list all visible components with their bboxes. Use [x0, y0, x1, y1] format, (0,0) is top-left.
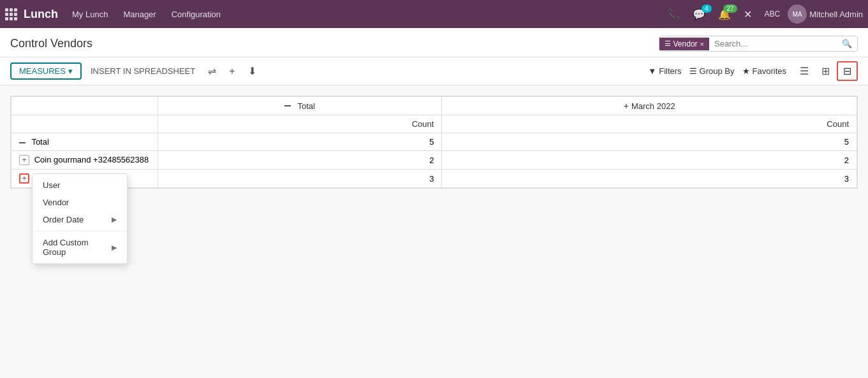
activity-icon[interactable]: 🔔 27 [713, 6, 736, 23]
list-view-button[interactable]: ☰ [794, 62, 814, 80]
group-by-icon: ☰ [689, 66, 697, 76]
navbar: Lunch My Lunch Manager Configuration 📞 💬… [0, 0, 868, 28]
order-date-chevron-icon: ▶ [112, 215, 117, 224]
row-coin-march-count: 2 [442, 151, 857, 170]
pizza-expand-wrapper: + Pizza Inn +32456325289 User Vendor [19, 173, 126, 184]
total-row-collapse[interactable] [19, 142, 26, 143]
pivot-container: Total + March 2022 Count [10, 96, 858, 189]
star-icon: ★ [742, 66, 750, 76]
adjust-columns-icon[interactable]: ⇌ [204, 62, 220, 80]
measures-button[interactable]: MEASURES ▾ [10, 62, 82, 80]
row-pizza-march-count: 3 [442, 170, 857, 188]
row-coin-label: + Coin gourmand +32485562388 [11, 151, 158, 170]
group-vendor-item[interactable]: Vendor [33, 194, 127, 211]
tag-icon: ☰ [665, 40, 671, 48]
page-header: Control Vendors ☰ Vendor × 🔍 [0, 28, 868, 57]
pizza-expand-button[interactable]: + [19, 173, 29, 184]
toolbar: MEASURES ▾ INSERT IN SPREADSHEET ⇌ + ⬇ ▼… [0, 57, 868, 85]
search-button[interactable]: 🔍 [837, 36, 857, 51]
row-total-label: Total [11, 133, 158, 151]
nav-configuration[interactable]: Configuration [165, 6, 227, 23]
chat-badge: 4 [702, 4, 712, 13]
abc-label: ABC [760, 7, 786, 21]
group-order-date-item[interactable]: Order Date ▶ [33, 211, 127, 228]
table-row: + Coin gourmand +32485562388 2 2 [11, 151, 857, 170]
add-custom-group-item[interactable]: Add Custom Group ▶ [33, 234, 127, 261]
coin-expand-button[interactable]: + [19, 155, 29, 165]
search-tag[interactable]: ☰ Vendor × [659, 38, 709, 50]
download-icon[interactable]: ⬇ [244, 62, 260, 80]
grid-icon [5, 8, 17, 20]
search-tag-close[interactable]: × [700, 40, 704, 48]
kanban-view-button[interactable]: ⊞ [816, 62, 835, 80]
tag-label: Vendor [673, 40, 698, 48]
search-bar: ☰ Vendor × 🔍 [659, 36, 858, 52]
table-row: Total 5 5 [11, 133, 857, 151]
row-pizza-label: + Pizza Inn +32456325289 User Vendor [11, 170, 158, 188]
pivot-table: Total + March 2022 Count [11, 96, 857, 188]
nav-manager[interactable]: Manager [117, 6, 162, 23]
insert-spreadsheet-button[interactable]: INSERT IN SPREADSHEET [87, 64, 199, 78]
search-input[interactable] [709, 36, 837, 51]
filters-button[interactable]: ▼ Filters [648, 66, 681, 76]
close-icon[interactable]: ✕ [739, 6, 757, 23]
chat-icon[interactable]: 💬 4 [688, 6, 710, 23]
app-name: Lunch [24, 8, 58, 21]
toolbar-right: ▼ Filters ☰ Group By ★ Favorites ☰ ⊞ ⊟ [648, 61, 858, 81]
activity-badge: 27 [723, 4, 737, 13]
row-pizza-count: 3 [158, 170, 442, 188]
total-collapse-icon[interactable] [284, 105, 291, 106]
view-icons: ☰ ⊞ ⊟ [794, 61, 858, 81]
col-sub-count-march: Count [442, 115, 857, 133]
table-row: + Pizza Inn +32456325289 User Vendor [11, 170, 857, 188]
navbar-right: 📞 💬 4 🔔 27 ✕ ABC MA Mitchell Admin [662, 4, 864, 24]
nav-my-lunch[interactable]: My Lunch [66, 6, 114, 23]
pivot-view-button[interactable]: ⊟ [837, 61, 858, 81]
group-by-button[interactable]: ☰ Group By [689, 66, 735, 76]
col-header-march: + March 2022 [442, 97, 857, 115]
add-row-icon[interactable]: + [225, 63, 239, 80]
favorites-button[interactable]: ★ Favorites [742, 66, 786, 76]
phone-icon[interactable]: 📞 [662, 6, 685, 23]
march-expand-icon[interactable]: + [624, 101, 629, 111]
sub-header-empty [11, 115, 158, 133]
filter-icon: ▼ [648, 66, 656, 76]
app-logo[interactable]: Lunch [5, 8, 58, 21]
group-user-item[interactable]: User [33, 177, 127, 194]
col-header-total: Total [158, 97, 442, 115]
row-total-march-count: 5 [442, 133, 857, 151]
col-sub-count-total: Count [158, 115, 442, 133]
group-by-dropdown: User Vendor Order Date ▶ [32, 173, 128, 264]
dropdown-divider [33, 231, 127, 231]
page-title: Control Vendors [10, 37, 659, 50]
add-custom-group-chevron-icon: ▶ [112, 244, 117, 252]
row-coin-count: 2 [158, 151, 442, 170]
user-name[interactable]: Mitchell Admin [809, 10, 863, 19]
measures-dropdown-icon: ▾ [68, 66, 73, 76]
row-header-empty [11, 97, 158, 115]
avatar[interactable]: MA [788, 4, 807, 24]
row-total-count: 5 [158, 133, 442, 151]
pivot-area: Total + March 2022 Count [0, 85, 868, 199]
content-area: Control Vendors ☰ Vendor × 🔍 MEASURES ▾ … [0, 28, 868, 378]
